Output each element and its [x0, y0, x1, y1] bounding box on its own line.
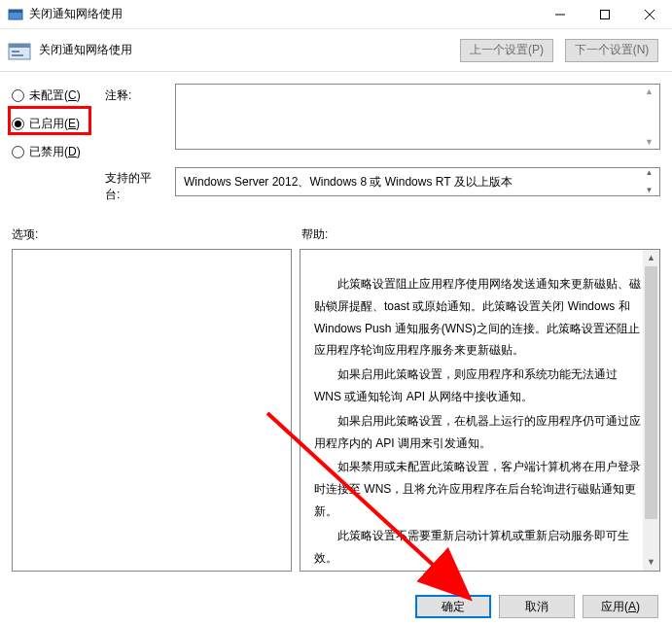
svg-rect-9	[12, 54, 23, 56]
scrollbar[interactable]: ▲▼	[641, 87, 657, 147]
comment-label: 注释:	[105, 87, 165, 104]
svg-rect-1	[9, 10, 22, 13]
maximize-button[interactable]	[583, 0, 627, 28]
policy-icon	[8, 40, 31, 61]
options-panel	[12, 249, 292, 572]
help-text: 此策略设置不需要重新启动计算机或重新启动服务即可生效。	[314, 525, 646, 570]
help-panel: 此策略设置阻止应用程序使用网络发送通知来更新磁贴、磁贴锁屏提醒、toast 或原…	[300, 249, 660, 572]
app-icon	[8, 7, 23, 22]
titlebar: 关闭通知网络使用	[0, 0, 672, 29]
scrollbar-thumb[interactable]	[645, 266, 657, 519]
radio-circle-icon	[12, 146, 24, 158]
options-label: 选项:	[12, 226, 301, 243]
policy-title: 关闭通知网络使用	[39, 42, 460, 58]
help-text: 如果启用此策略设置，则应用程序和系统功能无法通过 WNS 或通知轮询 API 从…	[314, 364, 646, 408]
dialog-buttons: 确定 取消 应用(A)	[415, 595, 658, 618]
help-text: 如果启用此策略设置，在机器上运行的应用程序仍可通过应用程序内的 API 调用来引…	[314, 410, 646, 455]
radio-not-configured[interactable]: 未配置(C)	[12, 87, 95, 104]
platform-field: Windows Server 2012、Windows 8 或 Windows …	[175, 167, 660, 196]
help-label: 帮助:	[301, 226, 328, 243]
svg-rect-3	[601, 10, 610, 18]
policy-header: 关闭通知网络使用 上一个设置(P) 下一个设置(N)	[0, 29, 672, 72]
comment-textarea[interactable]: ▲▼	[175, 84, 660, 150]
radio-circle-icon	[12, 89, 24, 102]
radio-disabled[interactable]: 已禁用(D)	[12, 144, 95, 160]
window-title: 关闭通知网络使用	[29, 6, 538, 22]
next-setting-button[interactable]: 下一个设置(N)	[565, 39, 658, 62]
cancel-button[interactable]: 取消	[499, 595, 575, 618]
apply-button[interactable]: 应用(A)	[583, 595, 658, 618]
scrollbar[interactable]: ▲▼	[641, 169, 657, 194]
platform-label: 支持的平台:	[105, 170, 165, 203]
platform-text: Windows Server 2012、Windows 8 或 Windows …	[184, 174, 513, 191]
svg-rect-8	[12, 51, 19, 52]
radio-circle-icon	[12, 118, 24, 130]
help-text: 此策略设置阻止应用程序使用网络发送通知来更新磁贴、磁贴锁屏提醒、toast 或原…	[314, 273, 646, 362]
prev-setting-button[interactable]: 上一个设置(P)	[460, 39, 553, 62]
ok-button[interactable]: 确定	[415, 595, 491, 618]
state-radio-group: 未配置(C) 已启用(E) 已禁用(D)	[12, 84, 95, 203]
close-button[interactable]	[627, 0, 672, 28]
radio-enabled[interactable]: 已启用(E)	[12, 116, 95, 132]
help-text: 如果禁用或未配置此策略设置，客户端计算机将在用户登录时连接至 WNS，且将允许应…	[314, 456, 646, 522]
svg-rect-7	[9, 44, 30, 48]
scrollbar[interactable]: ▲ ▼	[643, 250, 659, 571]
minimize-button[interactable]	[538, 0, 583, 28]
